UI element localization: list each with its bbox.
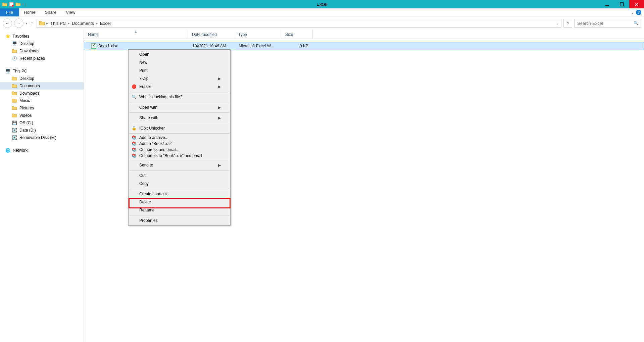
sidebar-item-downloads[interactable]: Downloads: [0, 47, 84, 55]
column-label: Date modified: [192, 32, 217, 37]
sidebar-item-label: OS (C:): [19, 120, 33, 125]
tab-view[interactable]: View: [61, 8, 80, 16]
ctx-add-archive[interactable]: 📚Add to archive...: [129, 135, 230, 141]
ctx-add-book-rar[interactable]: 📚Add to "Book1.rar": [129, 141, 230, 147]
chevron-right-icon[interactable]: ▸: [68, 21, 70, 26]
separator: [129, 170, 230, 170]
sidebar-thispc-heading[interactable]: 🖥️ This PC: [0, 67, 84, 75]
ctx-label: Compress to "Book1.rar" and email: [139, 153, 202, 158]
ctx-label: Print: [139, 68, 148, 73]
help-icon[interactable]: ?: [636, 10, 641, 15]
submenu-arrow-icon: ▶: [218, 77, 221, 81]
column-type[interactable]: Type: [234, 30, 281, 39]
desktop-icon: 🖥️: [11, 41, 17, 47]
separator: [129, 92, 230, 92]
ctx-7zip[interactable]: 7-Zip▶: [129, 75, 230, 83]
ctx-openwith[interactable]: Open with▶: [129, 103, 230, 111]
sidebar-favorites-heading[interactable]: ⭐ Favorites: [0, 33, 84, 40]
ctx-sendto[interactable]: Send to▶: [129, 161, 230, 169]
chevron-right-icon[interactable]: ▸: [46, 21, 48, 26]
drive-icon: 💽: [11, 127, 17, 133]
column-name[interactable]: ▴Name: [84, 30, 188, 39]
search-input[interactable]: [577, 21, 634, 26]
ctx-iobit[interactable]: 🔓IObit Unlocker: [129, 124, 230, 132]
ctx-open[interactable]: Open: [129, 50, 230, 58]
up-button[interactable]: ↑: [29, 20, 35, 26]
ctx-sharewith[interactable]: Share with▶: [129, 114, 230, 122]
close-button[interactable]: [629, 0, 644, 8]
tab-home[interactable]: Home: [19, 8, 40, 16]
ctx-label: Eraser: [139, 84, 151, 89]
column-label: Type: [238, 32, 247, 37]
minimize-button[interactable]: [600, 0, 614, 8]
back-button[interactable]: ←: [3, 18, 12, 28]
file-tab[interactable]: File: [0, 8, 19, 16]
ctx-compress-book-email[interactable]: 📚Compress to "Book1.rar" and email: [129, 153, 230, 159]
tab-share[interactable]: Share: [40, 8, 61, 16]
recent-icon: 🕘: [11, 55, 17, 61]
ctx-properties[interactable]: Properties: [129, 216, 230, 225]
sidebar-item-removable-e[interactable]: 💽Removable Disk (E:): [0, 134, 84, 141]
address-bar[interactable]: ▸ This PC ▸ Documents ▸ Excel ⌄: [37, 19, 561, 28]
column-size[interactable]: Size: [281, 30, 313, 39]
ctx-print[interactable]: Print: [129, 66, 230, 75]
refresh-button[interactable]: ↻: [563, 19, 572, 28]
search-box[interactable]: 🔍: [574, 19, 641, 28]
forward-button[interactable]: →: [14, 18, 23, 28]
history-dropdown-icon[interactable]: ▾: [26, 21, 27, 25]
excel-file-icon: X: [91, 43, 96, 49]
winrar-icon: 📚: [131, 147, 137, 152]
breadcrumb[interactable]: Documents: [71, 21, 95, 26]
submenu-arrow-icon: ▶: [218, 116, 221, 120]
folder-icon: [11, 105, 17, 111]
ctx-new[interactable]: New: [129, 58, 230, 66]
star-icon: ⭐: [5, 33, 11, 39]
breadcrumb[interactable]: This PC: [50, 21, 66, 26]
ctx-rename[interactable]: Rename: [129, 206, 230, 214]
sidebar-item-desktop[interactable]: 🖥️Desktop: [0, 40, 84, 47]
ctx-label: IObit Unlocker: [139, 126, 165, 131]
column-date[interactable]: Date modified: [188, 30, 234, 39]
sidebar-network-heading[interactable]: 🌐 Network: [0, 147, 84, 154]
sidebar-item-data-d[interactable]: 💽Data (D:): [0, 127, 84, 134]
submenu-arrow-icon: ▶: [218, 105, 221, 110]
ribbon-collapse-icon[interactable]: ⌄: [631, 10, 634, 15]
chevron-right-icon[interactable]: ▸: [96, 21, 98, 26]
titlebar: ▾ | Excel: [0, 0, 644, 8]
ctx-eraser[interactable]: 🔴Eraser▶: [129, 83, 230, 91]
maximize-button[interactable]: [614, 0, 629, 8]
svg-rect-3: [620, 3, 624, 6]
sidebar-item-documents[interactable]: Documents: [0, 82, 84, 90]
ctx-label: Add to archive...: [139, 135, 168, 140]
ctx-label: Copy: [139, 181, 149, 186]
breadcrumb[interactable]: Excel: [99, 21, 111, 26]
sidebar-item-recent[interactable]: 🕘Recent places: [0, 55, 84, 62]
qat-dropdown-icon[interactable]: ▾: [22, 2, 24, 6]
sidebar-item-label: Downloads: [19, 91, 39, 96]
properties-icon[interactable]: [15, 2, 21, 7]
new-folder-icon[interactable]: [9, 2, 14, 7]
sidebar-item-desktop[interactable]: Desktop: [0, 75, 84, 82]
separator: [129, 112, 230, 113]
lock-search-icon: 🔍: [131, 94, 137, 100]
ctx-compress-email[interactable]: 📚Compress and email...: [129, 147, 230, 153]
ctx-label: Create shortcut: [139, 192, 167, 196]
ctx-cut[interactable]: Cut: [129, 172, 230, 180]
ctx-delete[interactable]: Delete: [129, 198, 230, 206]
address-dropdown-icon[interactable]: ⌄: [556, 21, 559, 25]
sidebar-item-os-c[interactable]: 💾OS (C:): [0, 119, 84, 127]
sidebar-item-downloads[interactable]: Downloads: [0, 90, 84, 97]
file-row[interactable]: X Book1.xlsx 1/4/2021 10:46 AM Microsoft…: [84, 42, 644, 50]
folder-icon: [11, 112, 17, 118]
ctx-label: Cut: [139, 173, 146, 178]
ctx-copy[interactable]: Copy: [129, 180, 230, 188]
sidebar-item-pictures[interactable]: Pictures: [0, 104, 84, 112]
sidebar-item-music[interactable]: Music: [0, 97, 84, 104]
separator: [129, 189, 230, 189]
sidebar-item-videos[interactable]: Videos: [0, 112, 84, 119]
sidebar-item-label: Data (D:): [19, 128, 36, 133]
ctx-label: New: [139, 60, 147, 65]
winrar-icon: 📚: [131, 153, 137, 158]
ctx-whatlocking[interactable]: 🔍What is locking this file?: [129, 93, 230, 101]
ctx-create-shortcut[interactable]: Create shortcut: [129, 190, 230, 198]
